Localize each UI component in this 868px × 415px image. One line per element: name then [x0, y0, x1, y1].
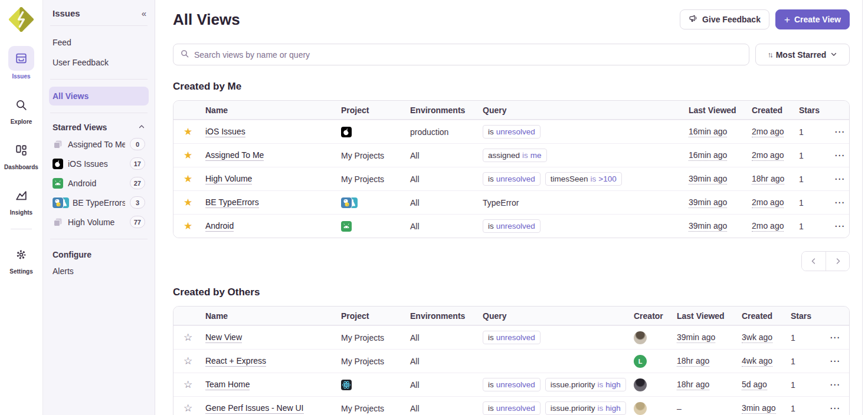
project-cell: [334, 380, 403, 390]
query-token: is: [488, 174, 494, 183]
row-menu-button[interactable]: ⋯: [821, 378, 849, 391]
query-token: me: [530, 151, 542, 160]
sort-dropdown[interactable]: ↑↓ Most Starred: [755, 44, 850, 65]
row-menu-button[interactable]: ⋯: [821, 402, 849, 414]
row-menu-button[interactable]: ⋯: [821, 355, 849, 367]
row-menu-button[interactable]: ⋯: [826, 173, 849, 185]
row-menu-button[interactable]: ⋯: [826, 126, 849, 138]
row-menu-button[interactable]: ⋯: [826, 196, 849, 209]
view-name-link[interactable]: React + Express: [205, 356, 266, 367]
column-header-creator: Creator: [627, 311, 670, 321]
starred-view-android[interactable]: Android27: [49, 173, 149, 193]
environments-cell: All: [403, 198, 476, 208]
chevron-up-icon[interactable]: [138, 123, 145, 132]
star-filled-icon[interactable]: ★: [173, 220, 198, 232]
star-filled-icon[interactable]: ★: [173, 196, 198, 209]
search-input[interactable]: [194, 50, 742, 60]
starred-view-assigned-to-me[interactable]: Assigned To Me0: [49, 134, 149, 154]
rail-item-dashboards[interactable]: Dashboards: [4, 139, 38, 170]
sidebar-item-user-feedback[interactable]: User Feedback: [49, 53, 149, 72]
view-name-link[interactable]: iOS Issues: [205, 127, 245, 137]
query-token-pill: isunresolved: [483, 401, 541, 415]
star-filled-icon[interactable]: ★: [173, 126, 198, 138]
page-title: All Views: [173, 11, 240, 29]
view-name-link[interactable]: Android: [205, 221, 234, 232]
row-menu-button[interactable]: ⋯: [826, 220, 849, 232]
query-token: unresolved: [496, 222, 535, 230]
view-name-link[interactable]: New View: [205, 332, 242, 343]
view-name-link[interactable]: BE TypeErrors: [205, 197, 259, 208]
issue-count-badge: 0: [130, 138, 145, 150]
apple-icon: [341, 127, 352, 137]
starred-view-ios-issues[interactable]: iOS Issues17: [49, 154, 149, 173]
star-outline-icon[interactable]: ☆: [173, 331, 198, 344]
star-filled-icon[interactable]: ★: [173, 149, 198, 162]
rail-item-issues[interactable]: Issues: [8, 46, 34, 80]
column-header-environments: Environments: [403, 311, 476, 321]
query-token: is: [488, 380, 494, 389]
apple-icon: [53, 159, 63, 169]
star-outline-icon[interactable]: ☆: [173, 402, 198, 414]
view-row: ☆Team Home Allisunresolvedissue.priority…: [173, 373, 849, 396]
query-token: issue.priority: [551, 380, 595, 389]
starred-view-be-typeerrors[interactable]: BE TypeErrors3: [49, 193, 149, 212]
star-outline-icon[interactable]: ☆: [173, 378, 198, 391]
rail-item-settings[interactable]: Settings: [8, 243, 34, 275]
stars-count: 1: [784, 357, 821, 366]
created-value: 2mo ago: [752, 150, 784, 161]
last-viewed-value: 39min ago: [677, 332, 715, 343]
row-menu-button[interactable]: ⋯: [826, 149, 849, 162]
last-viewed-value: 39min ago: [689, 174, 727, 185]
divider: [11, 229, 32, 229]
query-token-pill: isunresolved: [483, 331, 541, 344]
view-name-link[interactable]: Assigned To Me: [205, 150, 264, 161]
column-header-created: Created: [735, 311, 784, 321]
previous-page-button[interactable]: [802, 252, 826, 271]
star-filled-icon[interactable]: ★: [173, 173, 198, 185]
project-cell: [334, 197, 403, 208]
sidebar-item-all-views[interactable]: All Views: [49, 87, 149, 106]
row-menu-button[interactable]: ⋯: [821, 331, 849, 344]
create-view-button[interactable]: + Create View: [775, 9, 850, 29]
query-token: unresolved: [496, 380, 535, 389]
created-value: 18hr ago: [752, 174, 784, 185]
view-name-link[interactable]: Team Home: [205, 380, 250, 390]
rail-item-label: Settings: [9, 268, 32, 275]
creator-avatar: L: [634, 355, 647, 368]
sidebar-item-alerts[interactable]: Alerts: [49, 262, 149, 281]
created-value: 2mo ago: [752, 221, 784, 232]
created-value: 3min ago: [742, 403, 776, 414]
give-feedback-button[interactable]: Give Feedback: [680, 9, 769, 29]
query-token: timesSeen: [551, 174, 588, 183]
rail-item-insights[interactable]: Insights: [8, 185, 34, 216]
rail-item-explore[interactable]: Explore: [8, 94, 34, 125]
project-icon-pair: [341, 197, 356, 208]
next-page-button[interactable]: [826, 252, 849, 271]
sidebar-item-feed[interactable]: Feed: [49, 33, 149, 52]
sentry-logo[interactable]: [9, 7, 34, 32]
query-cell: TypeError: [476, 198, 682, 208]
stars-count: 1: [784, 404, 821, 413]
starred-view-label: Assigned To Me: [68, 140, 125, 149]
collapse-sidebar-icon[interactable]: «: [142, 8, 145, 18]
star-outline-icon[interactable]: ☆: [173, 355, 198, 367]
issue-count-badge: 77: [130, 216, 145, 228]
starred-view-high-volume[interactable]: High Volume77: [49, 212, 149, 232]
explore-icon: [8, 94, 34, 116]
view-row: ★Assigned To MeMy ProjectsAllassignedism…: [173, 143, 849, 167]
scrollbar-track[interactable]: [862, 0, 868, 415]
stars-count: 1: [792, 222, 826, 231]
environments-cell: All: [403, 357, 476, 366]
view-name-link[interactable]: High Volume: [205, 174, 252, 185]
query-cell: isunresolvedtimesSeenis>100: [476, 172, 682, 186]
react-icon: [341, 380, 352, 390]
app-icon-rail: Issues Explore DashboardsInsights Settin…: [0, 0, 43, 415]
query-token: unresolved: [496, 333, 535, 342]
query-token: is: [591, 174, 597, 183]
view-name-link[interactable]: Gene Perf Issues - New UI: [205, 403, 304, 414]
creator-avatar: [634, 402, 647, 415]
divider: [50, 79, 148, 80]
dashboards-icon: [8, 139, 34, 162]
query-token: unresolved: [496, 127, 535, 136]
issues-sidebar: Issues « FeedUser Feedback All Views Sta…: [43, 0, 155, 415]
